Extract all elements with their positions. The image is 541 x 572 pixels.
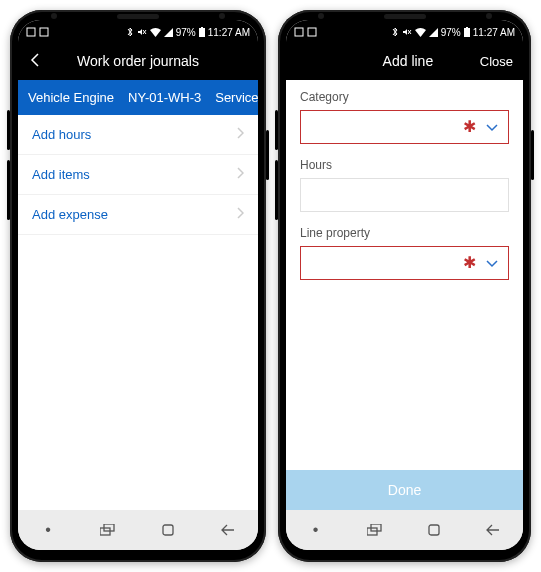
svg-rect-9: [295, 28, 303, 36]
add-expense-item[interactable]: Add expense: [18, 195, 258, 235]
back-nav-button[interactable]: [475, 524, 511, 536]
back-nav-button[interactable]: [210, 524, 246, 536]
bluetooth-icon: [126, 27, 134, 37]
notification-icon: [294, 27, 304, 37]
svg-rect-4: [199, 28, 205, 37]
list-item-label: Add items: [32, 167, 90, 182]
line-property-label: Line property: [300, 226, 509, 240]
wifi-icon: [415, 28, 426, 37]
svg-rect-0: [27, 28, 35, 36]
work-order-type: Service: [215, 90, 258, 105]
done-button[interactable]: Done: [286, 470, 523, 510]
add-hours-item[interactable]: Add hours: [18, 115, 258, 155]
page-title: Work order journals: [52, 53, 224, 69]
hours-label: Hours: [300, 158, 509, 172]
chevron-right-icon: [236, 207, 244, 222]
svg-rect-17: [429, 525, 439, 535]
mute-icon: [402, 27, 412, 37]
context-bar: Vehicle Engine NY-01-WH-3 Service: [18, 80, 258, 115]
notification-icon: [39, 27, 49, 37]
android-status-bar: 97% 11:27 AM: [286, 20, 523, 42]
chevron-right-icon: [236, 167, 244, 182]
hours-input[interactable]: [300, 178, 509, 212]
android-nav-bar: •: [286, 510, 523, 550]
page-title: Add line: [336, 53, 480, 69]
required-icon: ✱: [463, 255, 476, 271]
clock: 11:27 AM: [473, 27, 515, 38]
chevron-down-icon: [486, 118, 498, 136]
battery-percent: 97%: [441, 27, 461, 38]
asset-name: Vehicle Engine: [28, 90, 114, 105]
recents-nav-button[interactable]: [357, 524, 393, 536]
recents-nav-button[interactable]: [90, 524, 126, 536]
notification-icon: [26, 27, 36, 37]
signal-icon: [429, 28, 438, 37]
home-nav-button[interactable]: [416, 523, 452, 537]
notification-icon: [307, 27, 317, 37]
battery-icon: [464, 27, 470, 37]
chevron-down-icon: [486, 254, 498, 272]
close-button[interactable]: Close: [480, 54, 513, 69]
android-nav-bar: •: [18, 510, 258, 550]
svg-rect-13: [464, 28, 470, 37]
add-line-form: Category ✱ Hours Line property ✱: [286, 80, 523, 510]
menu-nav-button[interactable]: •: [298, 521, 334, 539]
svg-rect-5: [201, 27, 203, 28]
svg-rect-8: [163, 525, 173, 535]
category-dropdown[interactable]: ✱: [300, 110, 509, 144]
back-button[interactable]: [28, 53, 52, 70]
app-header: Add line Close: [286, 42, 523, 80]
svg-rect-10: [308, 28, 316, 36]
android-status-bar: 97% 11:27 AM: [18, 20, 258, 42]
svg-rect-14: [466, 27, 468, 28]
battery-percent: 97%: [176, 27, 196, 38]
mute-icon: [137, 27, 147, 37]
clock: 11:27 AM: [208, 27, 250, 38]
list-item-label: Add hours: [32, 127, 91, 142]
list-item-label: Add expense: [32, 207, 108, 222]
signal-icon: [164, 28, 173, 37]
svg-rect-1: [40, 28, 48, 36]
wifi-icon: [150, 28, 161, 37]
add-items-item[interactable]: Add items: [18, 155, 258, 195]
home-nav-button[interactable]: [150, 523, 186, 537]
line-property-dropdown[interactable]: ✱: [300, 246, 509, 280]
work-order-id: NY-01-WH-3: [128, 90, 201, 105]
menu-nav-button[interactable]: •: [30, 521, 66, 539]
battery-icon: [199, 27, 205, 37]
category-label: Category: [300, 90, 509, 104]
journal-actions-list: Add hours Add items Add expense: [18, 115, 258, 510]
bluetooth-icon: [391, 27, 399, 37]
chevron-right-icon: [236, 127, 244, 142]
app-header: Work order journals: [18, 42, 258, 80]
required-icon: ✱: [463, 119, 476, 135]
